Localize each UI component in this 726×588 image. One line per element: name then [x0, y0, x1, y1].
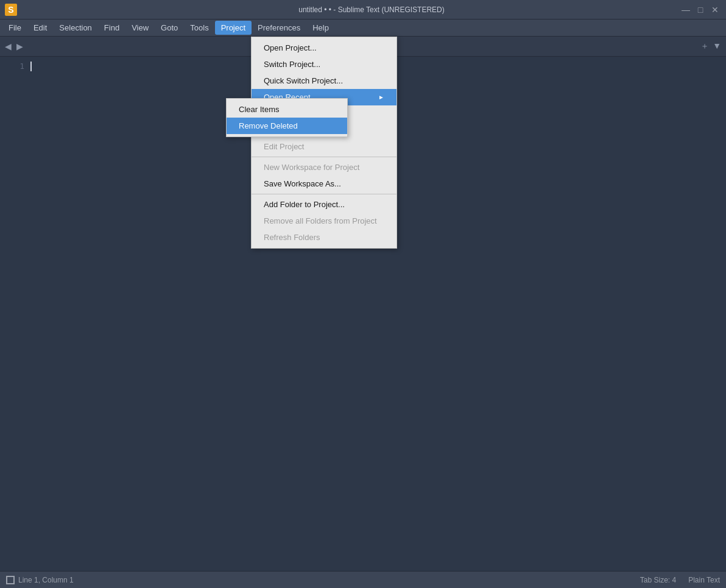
menu-goto[interactable]: Goto — [155, 21, 184, 35]
menu-project[interactable]: Project — [215, 21, 252, 35]
menu-bar: File Edit Selection Find View Goto Tools… — [0, 19, 726, 37]
project-menu-dropdown: Open Project... Switch Project... Quick … — [251, 37, 397, 249]
menu-quick-switch[interactable]: Quick Switch Project... — [252, 73, 396, 89]
menu-open-project[interactable]: Open Project... — [252, 40, 396, 56]
menu-add-folder[interactable]: Add Folder to Project... — [252, 196, 396, 213]
menu-refresh-folders: Refresh Folders — [252, 229, 396, 246]
menu-preferences[interactable]: Preferences — [252, 21, 306, 35]
line-number-1: 1 — [0, 62, 24, 71]
menu-view[interactable]: View — [125, 21, 155, 35]
status-position: Line 1, Column 1 — [18, 576, 74, 584]
text-cursor — [30, 62, 32, 71]
menu-find[interactable]: Find — [98, 21, 125, 35]
close-button[interactable]: ✕ — [709, 4, 721, 16]
tab-overflow-icon[interactable]: ▼ — [713, 41, 721, 52]
menu-help[interactable]: Help — [306, 21, 335, 35]
status-syntax[interactable]: Plain Text — [688, 576, 720, 584]
tab-nav-left[interactable]: ◀ — [2, 40, 14, 52]
app-icon: S — [5, 4, 17, 16]
menu-selection[interactable]: Selection — [53, 21, 97, 35]
status-tab-size[interactable]: Tab Size: 4 — [640, 576, 676, 584]
menu-edit-project: Edit Project — [252, 138, 396, 155]
submenu-arrow-icon: ► — [378, 94, 384, 101]
line-numbers: 1 — [0, 57, 30, 571]
maximize-button[interactable]: □ — [694, 4, 707, 16]
open-recent-submenu: Clear Items Remove Deleted — [226, 98, 348, 137]
status-bar: Line 1, Column 1 Tab Size: 4 Plain Text — [0, 571, 726, 588]
svg-text:S: S — [8, 5, 13, 15]
menu-separator-1 — [252, 157, 396, 157]
title-bar: S untitled • • - Sublime Text (UNREGISTE… — [0, 0, 726, 19]
status-indicator — [6, 576, 15, 584]
tab-nav-right[interactable]: ▶ — [14, 40, 26, 52]
window-controls: — □ ✕ — [680, 4, 721, 16]
tab-add-icon[interactable]: ＋ — [700, 41, 709, 52]
menu-switch-project[interactable]: Switch Project... — [252, 56, 396, 73]
tab-bar-controls: ＋ ▼ — [700, 41, 721, 52]
menu-file[interactable]: File — [2, 21, 27, 35]
window-title: untitled • • - Sublime Text (UNREGISTERE… — [22, 5, 721, 14]
menu-separator-2 — [252, 194, 396, 194]
status-left: Line 1, Column 1 — [6, 576, 74, 584]
minimize-button[interactable]: — — [680, 4, 692, 16]
menu-new-workspace: New Workspace for Project — [252, 159, 396, 175]
menu-tools[interactable]: Tools — [184, 21, 214, 35]
submenu-remove-deleted[interactable]: Remove Deleted — [227, 118, 347, 134]
status-right: Tab Size: 4 Plain Text — [640, 576, 720, 584]
menu-edit[interactable]: Edit — [27, 21, 53, 35]
menu-save-workspace-as[interactable]: Save Workspace As... — [252, 175, 396, 192]
submenu-clear-items[interactable]: Clear Items — [227, 101, 347, 118]
menu-remove-all-folders: Remove all Folders from Project — [252, 213, 396, 229]
